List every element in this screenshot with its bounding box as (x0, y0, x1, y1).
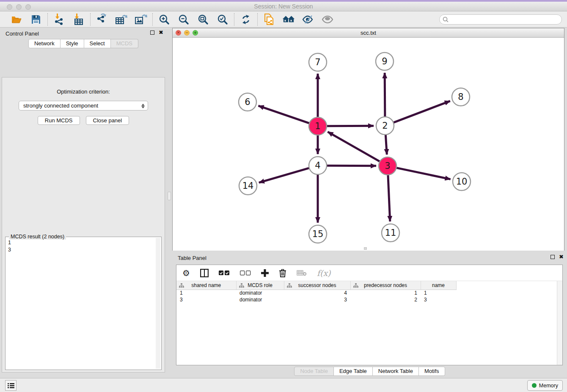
edge-3-10[interactable] (396, 168, 451, 179)
hide-style-icon[interactable] (302, 13, 314, 26)
search-input[interactable] (439, 14, 562, 25)
search-icon (443, 17, 449, 22)
close-panel-button[interactable]: Close panel (86, 116, 129, 125)
table-cell[interactable]: dominator (236, 296, 284, 303)
optimization-criterion-label: Optimization criterion: (2, 88, 165, 95)
window-titlebar: Session: New Session (0, 0, 567, 11)
zoom-in-icon[interactable] (158, 13, 171, 26)
tab-motifs[interactable]: Motifs (419, 367, 445, 376)
table-cell[interactable]: 3 (176, 296, 236, 303)
node-6[interactable]: 6 (239, 93, 256, 111)
edge-2-3[interactable] (385, 135, 387, 155)
splitter-grip[interactable] (168, 192, 171, 200)
table-row[interactable]: 3dominator323 (176, 296, 562, 303)
network-window-titlebar[interactable]: ✕ − + scc.txt (173, 28, 564, 38)
import-table-icon[interactable] (72, 13, 85, 26)
table-row[interactable]: 1dominator411 (176, 290, 562, 296)
control-panel-title: Control Panel (6, 30, 39, 37)
node-4[interactable]: 4 (309, 157, 327, 174)
node-15[interactable]: 15 (309, 225, 327, 243)
add-column-icon[interactable] (261, 269, 269, 277)
canvas-resize-grip[interactable] (364, 247, 367, 250)
table-cell[interactable]: 1 (421, 290, 456, 296)
deselect-all-icon[interactable] (240, 271, 251, 276)
task-history-button[interactable] (5, 380, 17, 391)
tab-node-table[interactable]: Node Table (294, 367, 334, 376)
close-panel-icon[interactable]: ✖ (159, 30, 163, 35)
tab-network[interactable]: Network (28, 39, 61, 48)
table-toolbar: ⚙ f(x) (176, 265, 562, 281)
edge-2-9[interactable] (385, 73, 385, 117)
memory-button[interactable]: Memory (527, 380, 563, 391)
float-panel-icon[interactable] (150, 30, 154, 35)
function-builder-icon[interactable]: f(x) (317, 268, 331, 278)
tab-select[interactable]: Select (84, 39, 111, 48)
save-session-icon[interactable] (30, 13, 42, 26)
svg-text:14: 14 (242, 181, 254, 191)
table-cell[interactable]: dominator (236, 290, 284, 296)
zoom-selected-icon[interactable] (216, 13, 229, 26)
clone-network-icon[interactable] (263, 13, 275, 26)
node-14[interactable]: 14 (239, 177, 257, 195)
close-table-panel-icon[interactable]: ✖ (559, 255, 564, 259)
node-8[interactable]: 8 (452, 88, 470, 106)
split-columns-icon[interactable] (200, 269, 209, 277)
export-image-icon[interactable] (135, 13, 147, 26)
column-header-shared-name[interactable]: shared name (176, 281, 236, 290)
zoom-fit-icon[interactable] (197, 13, 209, 26)
open-file-icon[interactable] (10, 13, 23, 26)
zoom-out-icon[interactable] (177, 13, 190, 26)
column-header-name[interactable]: name (421, 281, 456, 290)
edge-4-3[interactable] (327, 166, 376, 166)
mcds-result-text[interactable]: 1 3 (8, 239, 154, 368)
tab-edge-table[interactable]: Edge Table (334, 367, 373, 376)
table-cell[interactable]: 1 (176, 290, 236, 296)
criterion-select[interactable]: strongly connected component (19, 101, 148, 110)
edge-1-2[interactable] (327, 126, 374, 126)
gear-icon[interactable]: ⚙ (182, 268, 190, 278)
select-all-icon[interactable] (219, 271, 230, 276)
table-cell[interactable]: 2 (350, 296, 421, 303)
delete-icon[interactable] (279, 269, 286, 277)
table-scrollbar[interactable] (557, 281, 562, 365)
table-cell[interactable]: 3 (421, 296, 456, 303)
float-table-panel-icon[interactable] (550, 255, 555, 259)
column-header-MCDS-role[interactable]: MCDS role (236, 281, 284, 290)
node-9[interactable]: 9 (376, 52, 394, 70)
home-icon[interactable] (282, 13, 295, 26)
export-table-icon[interactable] (115, 13, 128, 26)
table-cell[interactable]: 4 (284, 290, 350, 296)
table-cell[interactable]: 1 (350, 290, 421, 296)
edge-3-1[interactable] (328, 132, 380, 161)
edge-4-14[interactable] (259, 168, 309, 183)
tab-style[interactable]: Style (61, 39, 84, 48)
edge-2-8[interactable] (394, 101, 450, 123)
column-header-predecessor-nodes[interactable]: predecessor nodes (350, 281, 421, 290)
table-panel-tabs: Node TableEdge TableNetwork TableMotifs (172, 367, 567, 376)
node-10[interactable]: 10 (453, 173, 471, 190)
svg-text:10: 10 (456, 177, 468, 187)
tab-network-table[interactable]: Network Table (373, 367, 419, 376)
svg-text:1: 1 (315, 121, 320, 131)
edge-1-6[interactable] (259, 106, 310, 123)
delete-table-icon[interactable] (297, 270, 307, 276)
show-graphics-icon[interactable] (321, 13, 334, 26)
node-11[interactable]: 11 (382, 224, 399, 242)
node-2[interactable]: 2 (376, 117, 394, 135)
refresh-icon[interactable] (239, 13, 252, 26)
table-cell[interactable]: 3 (284, 296, 350, 303)
node-3[interactable]: 3 (379, 157, 396, 175)
node-1[interactable]: 1 (309, 117, 327, 135)
mcds-panel-body: Optimization criterion: strongly connect… (2, 77, 165, 373)
network-canvas[interactable]: 7968124314101511 (173, 38, 564, 251)
network-view-title: scc.txt (173, 30, 564, 36)
result-scrollbar[interactable] (156, 238, 160, 369)
tab-mcds[interactable]: MCDS (111, 39, 138, 48)
column-header-successor-nodes[interactable]: successor nodes (284, 281, 350, 290)
node-7[interactable]: 7 (309, 53, 327, 71)
edge-3-11[interactable] (388, 175, 390, 221)
control-panel: Control Panel ✖ NetworkStyleSelectMCDS O… (0, 28, 167, 373)
export-network-icon[interactable] (96, 13, 108, 26)
run-mcds-button[interactable]: Run MCDS (38, 116, 80, 125)
import-network-icon[interactable] (53, 13, 66, 26)
